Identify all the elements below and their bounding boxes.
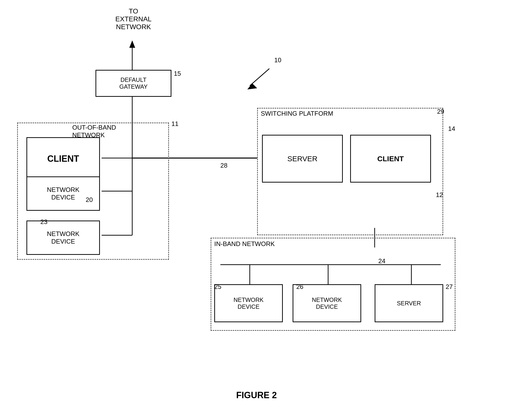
diagram-container: TO EXTERNAL NETWORK 10 DEFAULT GATEWAY 1… — [0, 0, 513, 420]
ref-12: 12 — [436, 191, 443, 199]
ref-29: 29 — [437, 108, 444, 115]
network-device-3-box: NETWORK DEVICE — [214, 284, 283, 322]
ref-20: 20 — [86, 196, 93, 204]
ref-10: 10 — [274, 56, 281, 64]
ref-23: 23 — [40, 218, 48, 226]
ref-26: 26 — [296, 283, 303, 291]
ref-27: 27 — [446, 283, 453, 291]
network-device-1-box: NETWORK DEVICE — [26, 176, 100, 211]
server-box-inband: SERVER — [375, 284, 443, 322]
svg-line-14 — [250, 69, 269, 86]
inband-label: IN-BAND NETWORK — [214, 240, 275, 248]
figure-label: FIGURE 2 — [236, 390, 277, 400]
client-box-left: CLIENT — [26, 137, 100, 180]
client-box-switching: CLIENT — [350, 135, 431, 183]
oob-label: OUT-OF-BAND NETWORK — [72, 124, 116, 139]
ref-15: 15 — [174, 70, 181, 77]
network-device-2-box: NETWORK DEVICE — [26, 221, 100, 255]
ref-28: 28 — [220, 162, 227, 169]
switching-platform-label: SWITCHING PLATFORM — [261, 110, 333, 117]
default-gateway-box: DEFAULT GATEWAY — [95, 70, 171, 97]
ref-14: 14 — [448, 125, 455, 133]
ref-24: 24 — [378, 257, 385, 265]
server-box-switching: SERVER — [262, 135, 343, 183]
external-network-label: TO EXTERNAL NETWORK — [105, 7, 162, 31]
ref-25: 25 — [214, 283, 221, 291]
svg-marker-15 — [247, 83, 257, 89]
svg-marker-1 — [129, 40, 135, 48]
ref-11: 11 — [171, 120, 179, 128]
